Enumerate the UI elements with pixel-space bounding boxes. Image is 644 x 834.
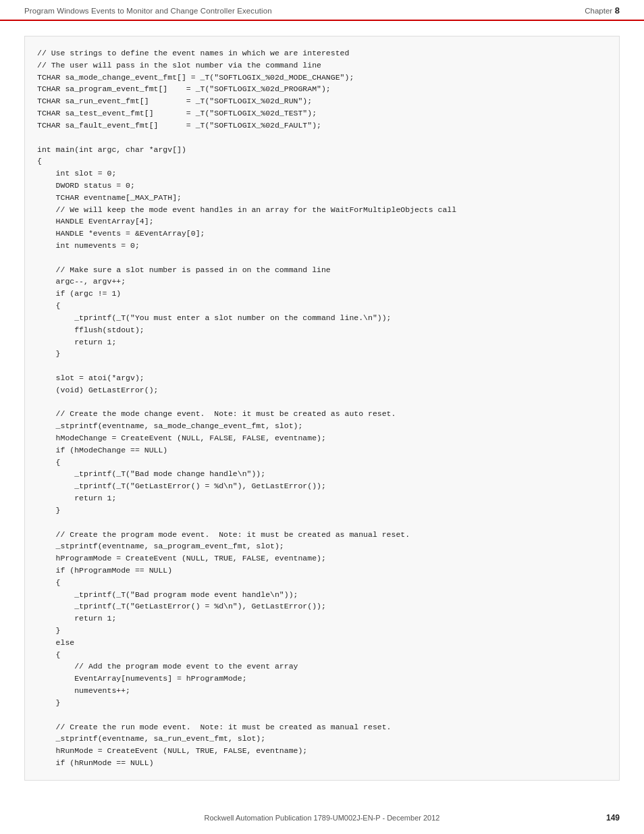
header-chapter: Chapter 8 [585,5,620,16]
header-title: Program Windows Events to Monitor and Ch… [24,7,272,15]
footer-publication: Rockwell Automation Publication 1789-UM0… [0,814,644,822]
page-header: Program Windows Events to Monitor and Ch… [0,0,644,21]
page-footer: Rockwell Automation Publication 1789-UM0… [0,814,644,822]
chapter-number: 8 [615,5,620,16]
main-content: // Use strings to define the event names… [0,21,644,801]
page: Program Windows Events to Monitor and Ch… [0,0,644,834]
code-block: // Use strings to define the event names… [24,36,620,781]
chapter-word: Chapter [585,7,612,15]
footer-page-number: 149 [606,813,620,823]
